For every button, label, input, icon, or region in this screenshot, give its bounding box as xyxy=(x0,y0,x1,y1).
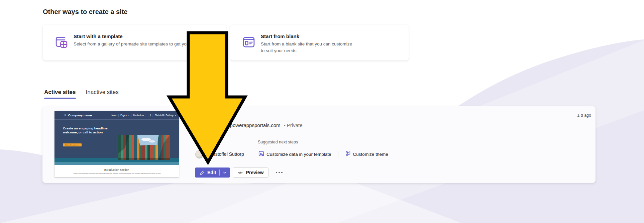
preview-intro-section: Introduction section Create a short para… xyxy=(55,165,179,177)
tab-active-sites[interactable]: Active sites xyxy=(44,89,76,99)
preview-button[interactable]: Preview xyxy=(233,168,269,178)
edit-button[interactable]: Edit xyxy=(195,168,230,178)
chevron-down-icon: ▾ xyxy=(128,114,129,116)
pencil-icon xyxy=(200,170,205,175)
preview-button-label: Preview xyxy=(246,170,263,175)
card-title: Start from blank xyxy=(261,33,353,39)
owner-name: Christoffel Suttorp xyxy=(207,151,244,157)
preview-hero-photo xyxy=(118,135,170,160)
preview-nav: Home | Pages ▾ | Contact us | | Christof… xyxy=(111,114,176,116)
edit-button-label: Edit xyxy=(207,170,216,175)
suggestion-links: Customize data in your template Customiz… xyxy=(258,150,388,158)
site-actions: Edit Preview xyxy=(195,168,285,178)
eye-icon xyxy=(238,170,243,175)
blank-site-icon xyxy=(242,35,255,51)
site-preview-thumbnail[interactable]: ✳ Company name Home | Pages ▾ | Contact … xyxy=(55,111,179,177)
site-url-row: y.powerappsportals.com - Private xyxy=(226,122,303,128)
last-modified-timestamp: 1 d ago xyxy=(577,113,591,118)
split-divider xyxy=(219,170,220,176)
divider xyxy=(338,151,338,157)
avatar xyxy=(195,150,204,158)
customize-data-link[interactable]: Customize data in your template xyxy=(258,151,331,157)
preview-hero-heading: Create an engaging headline, welcome, or… xyxy=(63,126,112,134)
customize-theme-label: Customize theme xyxy=(353,152,388,157)
nav-box-icon xyxy=(148,114,151,116)
preview-company-name: Company name xyxy=(68,113,92,117)
nav-separator: | xyxy=(118,114,119,116)
preview-cta-button: Add a call to action here xyxy=(63,143,82,146)
tab-inactive-sites[interactable]: Inactive sites xyxy=(86,89,119,99)
page-title: Other ways to create a site xyxy=(43,8,127,16)
card-description: Select from a gallery of premade site te… xyxy=(74,41,212,47)
customize-theme-icon xyxy=(345,151,351,157)
nav-separator: | xyxy=(152,114,153,116)
customize-data-label: Customize data in your template xyxy=(266,152,331,157)
template-icon xyxy=(55,35,68,51)
preview-band-light-teal xyxy=(55,162,179,165)
preview-brand: ✳ Company name xyxy=(64,113,92,117)
preview-intro-heading: Introduction section xyxy=(55,165,179,172)
preview-nav-user: Christoffel Suttorp xyxy=(155,114,174,116)
card-description: Start from a blank site that you can cus… xyxy=(261,41,353,54)
preview-nav-contact: Contact us xyxy=(133,114,144,116)
site-url-link[interactable]: y.powerappsportals.com xyxy=(226,122,280,128)
sites-tabs: Active sites Inactive sites xyxy=(44,89,119,99)
customize-theme-link[interactable]: Customize theme xyxy=(345,151,388,157)
site-owner: Christoffel Suttorp xyxy=(195,150,244,158)
chevron-down-icon: ▾ xyxy=(175,114,176,116)
chevron-down-icon[interactable] xyxy=(223,171,227,175)
start-from-blank-card[interactable]: Start from blank Start from a blank site… xyxy=(230,25,409,61)
more-horizontal-icon xyxy=(275,171,283,174)
card-title: Start with a template xyxy=(74,33,212,39)
customize-data-icon xyxy=(258,151,264,157)
more-options-button[interactable] xyxy=(274,170,285,175)
nav-separator: | xyxy=(146,114,146,116)
site-privacy-label: - Private xyxy=(284,122,303,128)
preview-nav-home: Home xyxy=(111,114,117,116)
preview-hero: Create an engaging headline, welcome, or… xyxy=(55,120,179,158)
nav-separator: | xyxy=(131,114,131,116)
company-logo-icon: ✳ xyxy=(64,114,67,117)
suggested-next-steps-label: Suggested next steps xyxy=(258,140,298,144)
site-row-card: 1 d ago ✳ Company name Home | Pages ▾ | … xyxy=(42,106,596,183)
preview-intro-text: Create a short paragraph that shows your… xyxy=(55,172,179,175)
power-pages-home: Other ways to create a site Start with a… xyxy=(0,0,644,223)
preview-nav-pages: Pages xyxy=(120,114,127,116)
preview-header: ✳ Company name Home | Pages ▾ | Contact … xyxy=(55,111,179,120)
start-with-template-card[interactable]: Start with a template Select from a gall… xyxy=(43,25,226,61)
